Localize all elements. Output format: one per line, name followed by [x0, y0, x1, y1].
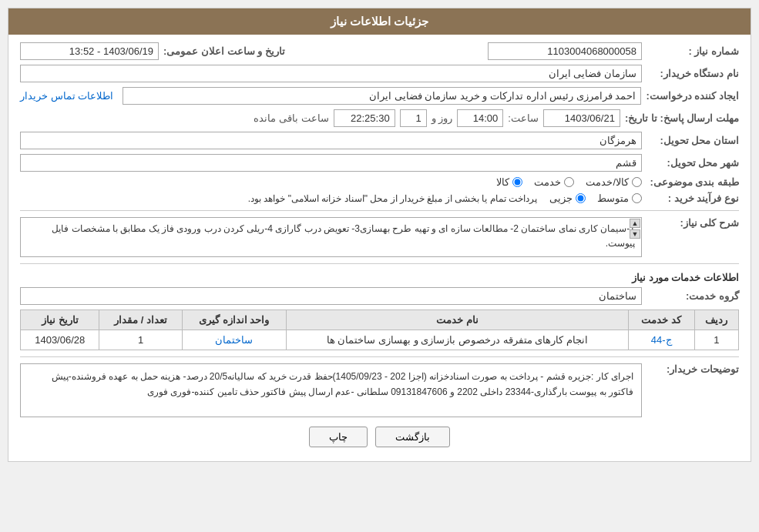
tabaqe-khadamat-option[interactable]: خدمت	[534, 176, 574, 188]
services-table: ردیف کد خدمت نام خدمت واحد اندازه گیری ت…	[20, 309, 739, 350]
farayand-motovaset-label: متوسط	[597, 192, 629, 204]
col-tedad: تعداد / مقدار	[99, 310, 182, 330]
farayand-motovaset-option[interactable]: متوسط	[597, 192, 642, 204]
mohlat-saat2-value: 22:25:30	[334, 109, 395, 127]
col-name: نام خدمت	[286, 310, 628, 330]
ijad-konande-label: ایجاد کننده درخواست:	[646, 90, 739, 102]
cell-name: انجام کارهای متفرقه درخصوص بازسازی و بهس…	[286, 330, 628, 350]
mohlat-roz-label: روز و	[432, 112, 453, 124]
sharh-koli-label: شرح کلی نیاز:	[646, 217, 739, 229]
button-row: بازگشت چاپ	[20, 427, 739, 447]
cell-tedad: 1	[99, 330, 182, 350]
ijad-konande-value: احمد فرامرزی رئیس اداره تدارکات و خرید س…	[123, 87, 641, 105]
mohlat-baqi-label: ساعت باقی مانده	[254, 112, 328, 124]
tawzihat-label: توضیحات خریدار:	[646, 363, 739, 375]
tabaqe-kala-option[interactable]: کالا	[496, 176, 522, 188]
sharh-koli-value: 1-سیمان کاری نمای ساختمان 2- مطالعات ساز…	[20, 217, 642, 257]
cell-vahed[interactable]: ساختمان	[182, 330, 286, 350]
tabaqe-khadamat-radio[interactable]	[564, 177, 574, 187]
scroll-down-btn[interactable]: ▼	[630, 229, 640, 239]
tabaqe-kala-khadamat-radio[interactable]	[632, 177, 642, 187]
gorouh-khadamat-value: ساختمان	[20, 287, 642, 305]
gorouh-khadamat-label: گروه خدمت:	[646, 290, 739, 302]
back-button[interactable]: بازگشت	[375, 427, 450, 447]
shahr-value: قشم	[20, 154, 642, 172]
farayand-motovaset-radio[interactable]	[632, 193, 642, 203]
info-khadamat-title: اطلاعات خدمات مورد نیاز	[20, 272, 739, 283]
divider-1	[20, 210, 739, 211]
nam-dastgah-label: نام دستگاه خریدار:	[646, 68, 739, 79]
tabaqe-kala-label: کالا	[496, 176, 509, 188]
tabaqe-kala-khadamat-label: کالا/خدمت	[586, 176, 629, 188]
tarikh-elaan-label: تاریخ و ساعت اعلان عمومی:	[163, 45, 285, 57]
mohlat-saat-label: ساعت:	[508, 112, 539, 124]
col-kod: کد خدمت	[628, 310, 694, 330]
scroll-up-btn[interactable]: ▲	[630, 219, 640, 228]
table-row: 1 ج-44 انجام کارهای متفرقه درخصوص بازساز…	[21, 330, 739, 350]
farayand-jozii-label: جزیی	[549, 192, 573, 204]
tawzihat-value: اجرای کار :جزیره قشم - پرداخت به صورت اس…	[20, 363, 642, 417]
mohlat-saat-value: 14:00	[457, 109, 503, 127]
noع-farayand-label: نوع فرآیند خرید :	[646, 192, 739, 204]
divider-3	[20, 356, 739, 357]
col-vahed: واحد اندازه گیری	[182, 310, 286, 330]
shomara-niaz-value: 1103004068000058	[488, 42, 642, 60]
shomara-niaz-label: شماره نیاز :	[646, 45, 739, 57]
ettelaat-tamas-link[interactable]: اطلاعات تماس خریدار	[20, 90, 113, 102]
col-tarikh: تاریخ نیاز	[21, 310, 99, 330]
col-radif: ردیف	[694, 310, 738, 330]
ostan-label: استان محل تحویل:	[646, 135, 739, 146]
mohlat-roz-value: 1	[400, 109, 427, 127]
tabaqe-kala-khadamat-option[interactable]: کالا/خدمت	[586, 176, 642, 188]
mohlat-ersal-label: مهلت ارسال پاسخ: تا تاریخ:	[625, 112, 739, 124]
farayand-note: پرداخت تمام یا بخشی از مبلغ خریدار از مح…	[248, 193, 537, 204]
cell-kod[interactable]: ج-44	[628, 330, 694, 350]
nam-dastgah-value: سازمان فضایی ایران	[20, 65, 642, 82]
tabaqe-radio-group: کالا خدمت کالا/خدمت	[496, 176, 642, 188]
scroll-buttons: ▲ ▼	[630, 219, 640, 239]
mohlat-date-value: 1403/06/21	[543, 109, 620, 127]
farayand-jozii-radio[interactable]	[576, 193, 586, 203]
cell-radif: 1	[694, 330, 738, 350]
tabaqe-khadamat-label: خدمت	[534, 176, 561, 188]
divider-2	[20, 263, 739, 264]
ostan-value: هرمزگان	[20, 132, 642, 149]
farayand-jozii-option[interactable]: جزیی	[549, 192, 586, 204]
sharh-koli-container: 1-سیمان کاری نمای ساختمان 2- مطالعات ساز…	[20, 217, 642, 257]
tabaqe-kala-radio[interactable]	[512, 177, 522, 187]
print-button[interactable]: چاپ	[309, 427, 368, 447]
cell-tarikh: 1403/06/28	[21, 330, 99, 350]
tabaqe-label: طبقه بندی موضوعی:	[646, 176, 739, 188]
tarikh-elaan-value: 1403/06/19 - 13:52	[20, 42, 159, 60]
page-title: جزئیات اطلاعات نیاز	[8, 8, 751, 35]
shahr-label: شهر محل تحویل:	[646, 157, 739, 169]
farayand-radio-group: جزیی متوسط	[549, 192, 642, 204]
